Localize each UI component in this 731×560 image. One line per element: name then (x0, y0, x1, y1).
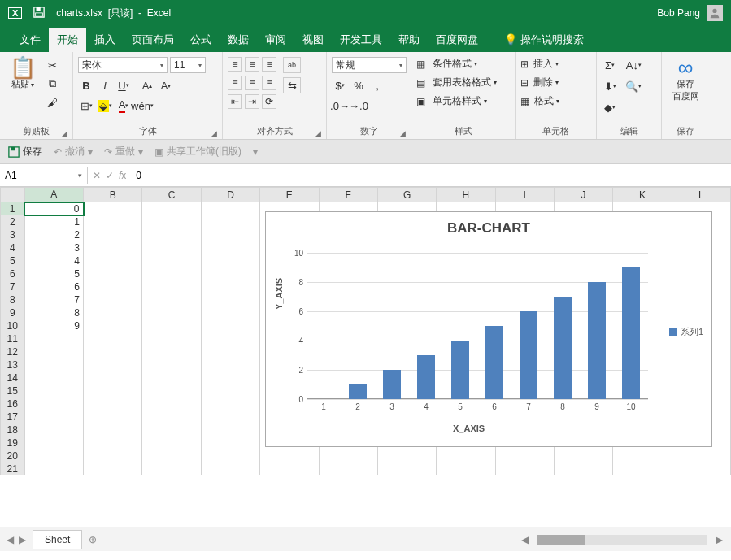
bar-2[interactable] (349, 384, 367, 399)
align-top-icon[interactable]: ≡ (228, 57, 242, 72)
cell-B5[interactable] (84, 254, 142, 267)
cell-C20[interactable] (142, 449, 201, 462)
select-all-corner[interactable] (1, 188, 25, 202)
row-header-5[interactable]: 5 (1, 254, 25, 267)
cell-B3[interactable] (84, 228, 142, 241)
cell-G21[interactable] (377, 462, 436, 475)
align-launcher-icon[interactable]: ◢ (315, 129, 321, 137)
save-quickaccess-icon[interactable] (33, 7, 45, 20)
cell-B15[interactable] (84, 384, 142, 397)
cell-K21[interactable] (613, 462, 672, 475)
cell-D11[interactable] (201, 332, 259, 345)
cell-C12[interactable] (142, 345, 201, 358)
cell-A15[interactable] (24, 384, 83, 397)
cut-icon[interactable]: ✂ (44, 57, 60, 73)
row-header-16[interactable]: 16 (1, 397, 25, 410)
cell-G20[interactable] (377, 449, 436, 462)
hscrollbar[interactable] (537, 535, 707, 545)
font-launcher-icon[interactable]: ◢ (211, 129, 217, 137)
number-launcher-icon[interactable]: ◢ (400, 129, 406, 137)
bar-6[interactable] (485, 326, 503, 399)
cell-B16[interactable] (84, 397, 142, 410)
cell-C13[interactable] (142, 358, 201, 371)
font-size-combo[interactable]: 11▾ (170, 57, 206, 73)
chart-plot-area[interactable]: 024681012345678910 (307, 253, 648, 399)
add-sheet-button[interactable]: ⊕ (89, 534, 97, 545)
cell-C11[interactable] (142, 332, 201, 345)
chart-title[interactable]: BAR-CHART (266, 220, 711, 237)
delete-cells-button[interactable]: ⊟ 删除 ▾ (520, 76, 559, 89)
cell-B14[interactable] (84, 371, 142, 384)
currency-icon[interactable]: $▾ (332, 77, 348, 93)
clipboard-launcher-icon[interactable]: ◢ (62, 129, 67, 137)
orientation-icon[interactable]: ⟳ (262, 94, 276, 109)
row-header-10[interactable]: 10 (1, 319, 25, 332)
cell-A12[interactable] (24, 345, 83, 358)
cell-L20[interactable] (672, 449, 730, 462)
cell-B17[interactable] (84, 410, 142, 423)
cell-A16[interactable] (24, 397, 83, 410)
cell-D7[interactable] (201, 280, 259, 293)
cell-D12[interactable] (201, 345, 259, 358)
cell-B4[interactable] (84, 241, 142, 254)
italic-button[interactable]: I (97, 77, 113, 93)
cell-E20[interactable] (260, 449, 319, 462)
sheet-tab[interactable]: Sheet (33, 530, 82, 549)
enter-fx-icon[interactable]: ✓ (106, 170, 114, 181)
col-header-A[interactable]: A (24, 188, 83, 202)
hscroll-thumb[interactable] (537, 535, 585, 545)
row-header-11[interactable]: 11 (1, 332, 25, 345)
cell-B12[interactable] (84, 345, 142, 358)
formula-input[interactable] (136, 170, 726, 181)
qa-redo-button[interactable]: ↷ 重做 ▾ (104, 145, 143, 158)
col-header-E[interactable]: E (260, 188, 319, 202)
row-header-4[interactable]: 4 (1, 241, 25, 254)
bar-5[interactable] (451, 341, 469, 399)
qa-undo-button[interactable]: ↶ 撤消 ▾ (54, 145, 93, 158)
merge-icon[interactable]: ⇆ (283, 77, 301, 93)
col-header-K[interactable]: K (613, 188, 672, 202)
cell-C16[interactable] (142, 397, 201, 410)
font-color-icon[interactable]: A▾ (115, 98, 132, 114)
cell-C8[interactable] (142, 293, 201, 306)
chart-y-axis-label[interactable]: Y_AXIS (274, 278, 284, 310)
cell-B11[interactable] (84, 332, 142, 345)
align-bottom-icon[interactable]: ≡ (262, 57, 276, 72)
cell-I21[interactable] (495, 462, 554, 475)
row-header-17[interactable]: 17 (1, 410, 25, 423)
cell-B20[interactable] (84, 449, 142, 462)
cell-A6[interactable]: 5 (24, 267, 83, 280)
chart-x-axis-label[interactable]: X_AXIS (453, 423, 485, 433)
row-header-1[interactable]: 1 (1, 202, 25, 215)
decrease-decimal-icon[interactable]: →.0 (350, 98, 367, 114)
paste-button[interactable]: 📋 粘贴 ▾ (5, 57, 41, 90)
cell-A11[interactable] (24, 332, 83, 345)
row-header-20[interactable]: 20 (1, 449, 25, 462)
row-header-6[interactable]: 6 (1, 267, 25, 280)
cell-C7[interactable] (142, 280, 201, 293)
cell-B18[interactable] (84, 423, 142, 436)
embedded-chart[interactable]: BAR-CHART Y_AXIS X_AXIS 0246810123456789… (265, 211, 712, 447)
ribbon-tab-开发工具[interactable]: 开发工具 (332, 28, 390, 52)
cell-C14[interactable] (142, 371, 201, 384)
cell-L21[interactable] (672, 462, 730, 475)
cell-C17[interactable] (142, 410, 201, 423)
cell-A4[interactable]: 3 (24, 241, 83, 254)
user-avatar-icon[interactable] (707, 5, 723, 21)
cell-D9[interactable] (201, 306, 259, 319)
autosum-icon[interactable]: Σ▾ (602, 57, 618, 73)
cell-D14[interactable] (201, 371, 259, 384)
cell-D13[interactable] (201, 358, 259, 371)
ribbon-tab-公式[interactable]: 公式 (182, 28, 220, 52)
row-header-8[interactable]: 8 (1, 293, 25, 306)
percent-icon[interactable]: % (350, 77, 367, 93)
row-header-19[interactable]: 19 (1, 436, 25, 449)
cell-C10[interactable] (142, 319, 201, 332)
row-header-21[interactable]: 21 (1, 462, 25, 475)
insert-cells-button[interactable]: ⊞ 插入 ▾ (520, 57, 559, 71)
row-header-18[interactable]: 18 (1, 423, 25, 436)
ribbon-tab-页面布局[interactable]: 页面布局 (124, 28, 182, 52)
cell-A21[interactable] (24, 462, 83, 475)
cell-C19[interactable] (142, 436, 201, 449)
number-format-combo[interactable]: 常规▾ (332, 57, 407, 73)
